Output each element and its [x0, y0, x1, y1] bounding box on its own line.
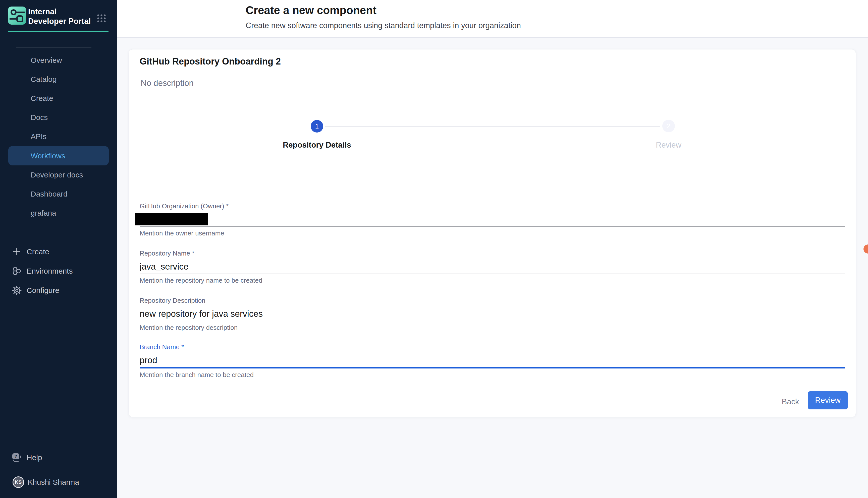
sidebar-item-dashboard[interactable]: Dashboard — [0, 184, 117, 204]
hexagons-icon — [12, 266, 22, 276]
back-button[interactable]: Back — [775, 394, 806, 410]
sidebar-item-apis[interactable]: APIs — [0, 127, 117, 146]
redacted-value — [135, 213, 208, 225]
app-switcher-icon[interactable] — [96, 13, 106, 23]
stepper-connector — [325, 126, 660, 127]
field-repository-description: Repository Description Mention the repos… — [140, 297, 845, 331]
field-branch-name: Branch Name * Mention the branch name to… — [140, 343, 845, 379]
sidebar-accent-rule — [8, 31, 108, 31]
sidebar-nav: Overview Catalog Create Docs APIs Workfl… — [0, 51, 117, 223]
field-label: Repository Description — [140, 297, 845, 305]
sidebar-item-docs[interactable]: Docs — [0, 108, 117, 127]
sidebar-divider — [8, 233, 108, 233]
template-description: No description — [141, 78, 194, 88]
step-2-indicator: 2 — [662, 120, 675, 132]
template-title: GitHub Repository Onboarding 2 — [140, 56, 281, 67]
input-underline — [140, 226, 845, 227]
sidebar-action-create[interactable]: Create — [0, 242, 117, 261]
input-underline — [140, 274, 845, 274]
step-2-label: Review — [618, 141, 719, 149]
user-name: Khushi Sharma — [0, 478, 79, 486]
sidebar-item-catalog[interactable]: Catalog — [0, 70, 117, 89]
field-helper: Mention the branch name to be created — [140, 371, 845, 379]
field-label: Branch Name * — [140, 343, 845, 352]
plus-icon — [12, 247, 22, 257]
page-subtitle: Create new software components using sta… — [246, 21, 521, 30]
step-1-indicator: 1 — [311, 120, 323, 132]
branch-name-input[interactable] — [140, 353, 845, 367]
sidebar-action-environments[interactable]: Environments — [0, 261, 117, 280]
help-chat-icon: ? — [12, 453, 22, 463]
field-repository-name: Repository Name * Mention the repository… — [140, 249, 845, 284]
sidebar-item-grafana[interactable]: grafana — [0, 204, 117, 223]
sidebar-item-workflows[interactable]: Workflows — [8, 146, 109, 166]
sidebar-action-configure[interactable]: Configure — [0, 280, 117, 300]
field-github-organization: GitHub Organization (Owner) * Mention th… — [140, 202, 845, 237]
repository-description-input[interactable] — [140, 307, 845, 321]
user-menu[interactable]: KS Khushi Sharma — [0, 474, 117, 490]
review-button[interactable]: Review — [808, 391, 848, 409]
feedback-edge-button[interactable] — [864, 245, 868, 253]
field-helper: Mention the owner username — [140, 230, 845, 237]
field-helper: Mention the repository description — [140, 324, 845, 331]
sidebar: Internal Developer Portal Overview Catal… — [0, 0, 117, 498]
github-organization-input[interactable] — [140, 212, 845, 226]
gear-icon — [12, 285, 22, 296]
field-label: GitHub Organization (Owner) * — [140, 202, 845, 211]
page-title: Create a new component — [246, 4, 376, 16]
sidebar-item-overview[interactable]: Overview — [0, 51, 117, 70]
portal-title: Internal Developer Portal — [28, 7, 91, 26]
portal-logo-icon — [8, 6, 26, 25]
input-underline — [140, 367, 845, 368]
field-label: Repository Name * — [140, 249, 845, 258]
page-header: Create a new component Create new softwa… — [117, 0, 868, 38]
repository-name-input[interactable] — [140, 260, 845, 274]
avatar: KS — [13, 476, 24, 488]
sidebar-item-developer-docs[interactable]: Developer docs — [0, 166, 117, 184]
sidebar-divider — [16, 47, 91, 48]
svg-text:?: ? — [15, 454, 17, 459]
step-1-label: Repository Details — [267, 141, 367, 149]
help-button[interactable]: ? Help — [0, 448, 117, 467]
input-underline — [140, 321, 845, 321]
sidebar-item-create[interactable]: Create — [0, 89, 117, 108]
field-helper: Mention the repository name to be create… — [140, 277, 845, 284]
